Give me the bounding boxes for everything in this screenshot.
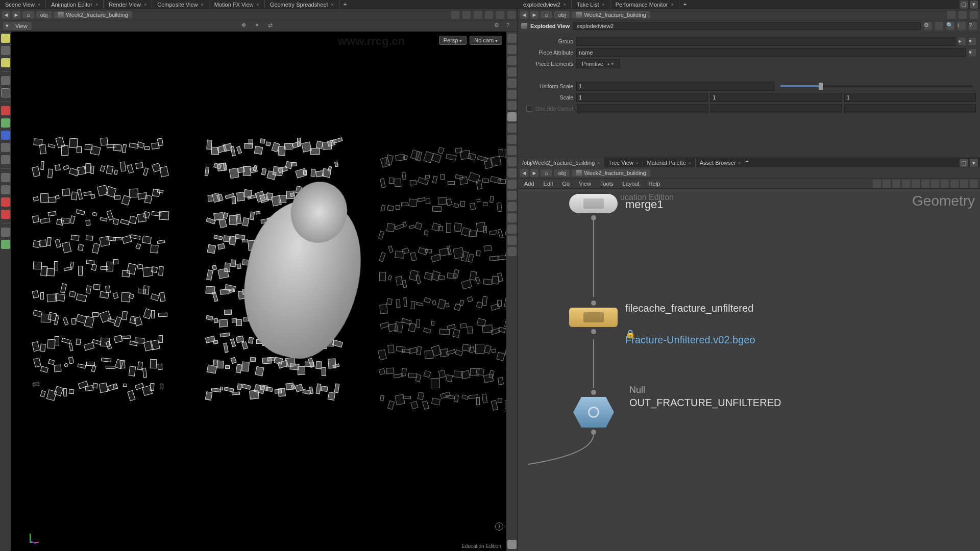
back-icon[interactable]: ◄ — [520, 169, 528, 177]
net-toolbar-icon[interactable] — [921, 180, 929, 188]
output-port[interactable] — [591, 215, 596, 220]
close-icon[interactable]: × — [331, 2, 334, 7]
node-filecache[interactable]: filecache_fracture_unfiltered 🔒 Fracture… — [569, 298, 618, 336]
menu-tools[interactable]: Tools — [596, 180, 618, 188]
help-icon[interactable]: ? — [969, 22, 977, 30]
disp-icon[interactable] — [507, 146, 517, 155]
lock-tool[interactable] — [1, 88, 10, 97]
disp-icon[interactable] — [507, 101, 517, 110]
search-icon[interactable]: 🔍 — [946, 22, 954, 30]
menu-help[interactable]: Help — [645, 180, 665, 188]
tab-animation-editor[interactable]: Animation Editor× — [46, 0, 104, 9]
disp-icon[interactable] — [507, 202, 517, 211]
help-icon[interactable]: ? — [506, 22, 514, 30]
scale-y-input[interactable] — [710, 93, 842, 102]
input-port[interactable] — [591, 390, 596, 395]
pin-icon[interactable] — [947, 11, 955, 19]
scale-tool[interactable] — [1, 131, 10, 140]
handle-tool[interactable] — [1, 155, 10, 164]
close-icon[interactable]: × — [597, 161, 600, 165]
tab-perf-monitor[interactable]: Performance Monitor× — [610, 0, 679, 9]
scale-z-input[interactable] — [844, 93, 976, 102]
tab-composite-view[interactable]: Composite View× — [152, 0, 209, 9]
pane-menu-icon[interactable]: ▾ — [970, 1, 978, 9]
tab-take-list[interactable]: Take List× — [572, 0, 610, 9]
disp-icon[interactable] — [507, 67, 517, 77]
brush-tool[interactable] — [1, 173, 10, 182]
pieceattr-menu-icon[interactable]: ▾ — [969, 49, 976, 56]
pieceel-dropdown[interactable]: Primitive▲▼ — [576, 59, 620, 68]
cursor-icon[interactable]: ✥ — [241, 22, 250, 30]
tab-motion-fx[interactable]: Motion FX View× — [209, 0, 265, 9]
net-toolbar-icon[interactable] — [970, 180, 978, 188]
close-icon[interactable]: × — [671, 2, 673, 7]
path-node[interactable]: Week2_fracture_building — [572, 169, 650, 177]
disp-icon[interactable] — [507, 157, 517, 166]
back-icon[interactable]: ◄ — [520, 11, 528, 19]
disp-icon[interactable] — [507, 168, 517, 178]
info-icon[interactable]: i — [958, 22, 966, 30]
disp-icon[interactable] — [507, 247, 517, 256]
disp-icon[interactable] — [507, 79, 517, 88]
gear-icon[interactable]: ⚙ — [924, 22, 932, 30]
net-toolbar-icon[interactable] — [950, 180, 959, 188]
menu-view[interactable]: View — [575, 180, 595, 188]
override-center-checkbox[interactable] — [526, 106, 532, 112]
tab-explodedview2[interactable]: explodedview2× — [518, 0, 572, 9]
net-tab-asset[interactable]: Asset Browser× — [696, 158, 746, 167]
camera-persp-dropdown[interactable]: Persp ▾ — [439, 36, 467, 45]
expand-icon[interactable] — [959, 11, 967, 19]
close-icon[interactable]: × — [564, 2, 566, 7]
display-opts-icon[interactable]: ⚙ — [494, 22, 502, 30]
tab-scene-view[interactable]: Scene View× — [0, 0, 46, 9]
net-tab-tree[interactable]: Tree View× — [604, 158, 643, 167]
close-icon[interactable]: × — [144, 2, 146, 7]
disp-icon[interactable] — [507, 45, 517, 54]
close-icon[interactable]: × — [95, 2, 98, 7]
close-icon[interactable]: × — [689, 161, 691, 165]
magnet-tool[interactable] — [1, 197, 10, 207]
scale-x-input[interactable] — [576, 93, 708, 102]
menu-layout[interactable]: Layout — [619, 180, 644, 188]
close-icon[interactable]: × — [38, 2, 40, 7]
3d-viewport[interactable]: Persp ▾ No cam ▾ Education Edition i www… — [11, 32, 506, 551]
home-icon[interactable]: ⌂ — [541, 11, 552, 18]
add-tab-button[interactable]: + — [339, 0, 351, 9]
menu-icon[interactable] — [507, 11, 516, 19]
node-merge1[interactable]: merge1 — [569, 194, 618, 222]
output-port[interactable] — [591, 329, 596, 334]
disp-icon[interactable] — [507, 224, 517, 234]
rotate-tool[interactable] — [1, 118, 10, 128]
flag-icon[interactable] — [935, 22, 943, 30]
forward-icon[interactable]: ► — [530, 169, 538, 177]
disp-icon[interactable] — [507, 123, 517, 133]
close-icon[interactable]: × — [739, 161, 741, 165]
menu-go[interactable]: Go — [558, 180, 574, 188]
menu-icon[interactable] — [970, 11, 978, 19]
disp-icon[interactable] — [507, 135, 517, 144]
path-obj[interactable]: obj — [36, 11, 52, 18]
disp-icon[interactable] — [507, 213, 517, 222]
tab-geo-spreadsheet[interactable]: Geometry Spreadsheet× — [265, 0, 339, 9]
help-icon[interactable] — [485, 11, 493, 19]
solver-tool[interactable] — [1, 185, 10, 194]
net-toolbar-icon[interactable] — [960, 180, 968, 188]
pane-menu-icon[interactable]: ▾ — [970, 159, 978, 167]
back-icon[interactable]: ◄ — [2, 11, 10, 19]
disp-icon[interactable] — [507, 90, 517, 99]
input-port[interactable] — [591, 300, 596, 306]
disp-icon[interactable] — [507, 180, 517, 189]
group-picker-icon[interactable]: ▸ — [959, 38, 966, 45]
expand-icon[interactable] — [496, 11, 504, 19]
group-input[interactable] — [576, 37, 955, 46]
disp-icon[interactable] — [507, 191, 517, 200]
view-tool[interactable] — [1, 34, 10, 43]
cog-tool[interactable] — [1, 228, 10, 237]
pose-tool[interactable] — [1, 143, 10, 152]
info-icon[interactable]: i — [495, 522, 503, 531]
disp-icon[interactable] — [507, 236, 517, 245]
close-icon[interactable]: × — [602, 2, 604, 7]
net-toolbar-icon[interactable] — [902, 180, 910, 188]
net-toolbar-icon[interactable] — [941, 180, 949, 188]
add-tab-button[interactable]: + — [679, 0, 691, 9]
